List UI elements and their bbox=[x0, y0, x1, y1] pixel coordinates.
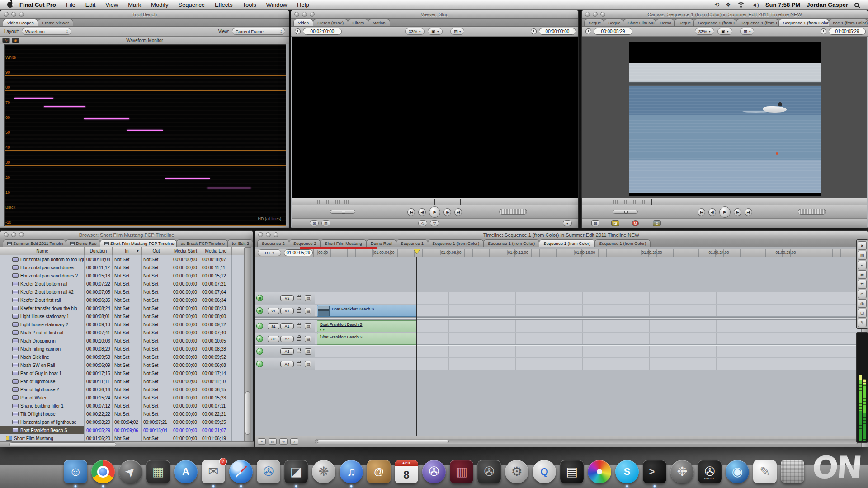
lock-icon[interactable] bbox=[297, 362, 301, 366]
volume-icon[interactable]: ◄) bbox=[751, 1, 759, 8]
tab-ter-edit-2[interactable]: ter Edit 2 bbox=[227, 239, 253, 247]
tab-video[interactable]: Video bbox=[293, 19, 313, 26]
show-overlays-button[interactable]: ⊟ bbox=[591, 220, 599, 226]
lock-icon[interactable] bbox=[297, 337, 301, 341]
canvas-zoom-popup[interactable]: 33%▾ bbox=[695, 28, 714, 35]
browser-row-keefer-transfer-down-the-hip[interactable]: Keefer transfer down the hip00:00:08;24N… bbox=[0, 304, 245, 312]
browser-row-noah-dropping-in[interactable]: Noah Dropping in00:00:10;06Not SetNot Se… bbox=[0, 337, 245, 345]
dock-icon-trash[interactable] bbox=[781, 460, 804, 483]
dock-icon-iphoto[interactable]: ▦ bbox=[146, 460, 170, 483]
audio-controls-button[interactable]: ♪ bbox=[290, 438, 298, 445]
mark-in-out-button[interactable]: ⊙ bbox=[653, 220, 661, 226]
destination-patch-a2[interactable]: A2 bbox=[280, 336, 294, 342]
browser-row-boat-frankfort-beach-s[interactable]: Boat Frankfort Beach S00:00:05;2900:00:0… bbox=[0, 426, 245, 434]
timeline-horizontal-scrollbar[interactable] bbox=[315, 439, 859, 444]
tab-short-film-mu[interactable]: Short Film Mu bbox=[623, 19, 656, 26]
menu-item-view[interactable]: View bbox=[105, 1, 118, 8]
browser-row-noah-sw-on-rail[interactable]: Noah SW on Rail00:00:06;09Not SetNot Set… bbox=[0, 361, 245, 369]
track-lane-a2[interactable]: Boat Frankfort Beach S▲▲ bbox=[315, 333, 861, 345]
scrub-playhead[interactable] bbox=[434, 199, 435, 205]
source-patch-a1[interactable]: a1 bbox=[268, 323, 279, 329]
viewer-zoom-popup[interactable]: 33%▾ bbox=[405, 28, 425, 35]
lock-icon[interactable] bbox=[297, 296, 301, 300]
dock-icon-final-cut-pro[interactable]: ◪ bbox=[284, 460, 308, 483]
column-header-media-end[interactable]: Media End bbox=[200, 247, 232, 255]
dock-icon-textedit[interactable]: ✎ bbox=[753, 460, 777, 483]
jog-control[interactable] bbox=[499, 209, 527, 215]
dock-icon-itunes[interactable]: ♫ bbox=[340, 460, 363, 483]
crop-tool[interactable]: ▢ bbox=[858, 309, 867, 317]
rt-popup[interactable]: RT▾ bbox=[258, 249, 281, 256]
menu-item-mark[interactable]: Mark bbox=[128, 1, 141, 8]
dock-icon-photo-orb[interactable]: ◉ bbox=[726, 460, 749, 483]
destination-patch-a4[interactable]: A4 bbox=[280, 361, 294, 367]
menu-item-help[interactable]: Help bbox=[297, 1, 309, 8]
track-enable-button-a1[interactable]: ♪ bbox=[256, 323, 263, 329]
tab-seque[interactable]: Seque bbox=[674, 19, 694, 26]
track-lane-v1[interactable]: Boat Frankfort Beach S bbox=[315, 305, 861, 317]
dock-icon-skype[interactable]: S bbox=[615, 460, 639, 483]
tab-seque[interactable]: Seque bbox=[604, 19, 623, 26]
window-controls[interactable] bbox=[4, 12, 24, 17]
viewer-titlebar[interactable]: Viewer: Slug bbox=[291, 10, 578, 19]
window-controls[interactable] bbox=[585, 12, 605, 17]
tab-sequence-1-from-color[interactable]: Sequence 1 (from Color) bbox=[594, 239, 651, 247]
next-edit-button[interactable]: ▶▮ bbox=[745, 208, 752, 216]
pen-tool[interactable]: ✎ bbox=[858, 319, 867, 327]
selection-tool[interactable]: ➤ bbox=[858, 241, 867, 250]
previous-edit-button[interactable]: ▮◀ bbox=[698, 208, 705, 216]
auto-select-icon[interactable]: ▤ bbox=[305, 308, 311, 314]
clip-overlays-button[interactable]: ≡ bbox=[258, 438, 266, 445]
menu-item-window[interactable]: Window bbox=[266, 1, 287, 8]
auto-select-icon[interactable]: ▤ bbox=[305, 348, 311, 355]
tab-frame-viewer[interactable]: Frame Viewer bbox=[38, 19, 73, 26]
tab-demo[interactable]: Demo bbox=[656, 19, 675, 26]
play-in-to-out-button[interactable]: ◀▮ bbox=[418, 208, 426, 216]
browser-titlebar[interactable]: Browser: Short Film Mustang FCP Timeline bbox=[0, 231, 253, 239]
timeline-timecode-field[interactable]: 01:00:05;29 bbox=[284, 249, 313, 256]
browser-row-shane-building-filler-1[interactable]: Shane building filler 100:00:07;12Not Se… bbox=[0, 402, 245, 410]
view-popup[interactable]: Current Frame▴▾ bbox=[232, 28, 285, 35]
viewer-view-popup[interactable]: ▣▾ bbox=[428, 28, 443, 35]
tab-as-break-fcp-timeline[interactable]: as Break FCP Timeline bbox=[176, 239, 228, 247]
menu-item-sequence[interactable]: Sequence bbox=[178, 1, 205, 8]
track-lane-a4[interactable] bbox=[315, 358, 861, 370]
add-keyframe-button[interactable]: ◇ bbox=[418, 220, 427, 226]
menu-item-modify[interactable]: Modify bbox=[151, 1, 168, 8]
clip-v1-boat-frankfort-beach-s[interactable]: Boat Frankfort Beach S bbox=[317, 305, 417, 317]
track-lane-v2[interactable] bbox=[315, 292, 861, 304]
destination-patch-a3[interactable]: A3 bbox=[280, 348, 294, 355]
track-enable-button-a2[interactable]: ♪ bbox=[256, 335, 263, 342]
canvas-duration-field[interactable]: 00:00:05:29 bbox=[594, 28, 632, 35]
dock-icon-aperture[interactable]: ❋ bbox=[312, 460, 335, 483]
dock-icon-facetime[interactable]: ✇ bbox=[257, 460, 280, 483]
play-button[interactable]: ▶ bbox=[719, 206, 731, 218]
browser-row-light-house-stationary-2[interactable]: Light house stationary 200:00:09;13Not S… bbox=[0, 320, 245, 328]
tab-sequence-1-from-color[interactable]: Sequence 1 (from Color) bbox=[483, 239, 539, 247]
dock-icon-imovie[interactable]: ✇ bbox=[422, 460, 446, 483]
viewer-current-field[interactable]: 00:00:00:00 bbox=[539, 28, 576, 35]
browser-row-horizontal-pan-bottom-to-top-ligh[interactable]: Horizontal pan bottom to top ligh00:00:1… bbox=[0, 255, 245, 263]
dock-icon-premiere[interactable]: ▥ bbox=[450, 460, 473, 483]
browser-row-horizontal-pan-sand-dunes-2[interactable]: Horizontal pan sand dunes 200:00:15;13No… bbox=[0, 272, 245, 280]
browser-row-keefer-2-out-bottom-rail[interactable]: Keefer 2 out bottom rail00:00:07;22Not S… bbox=[0, 280, 245, 288]
lock-icon[interactable] bbox=[297, 309, 301, 313]
canvas-video-area[interactable] bbox=[582, 37, 867, 198]
dock-icon-safari[interactable] bbox=[229, 460, 253, 483]
track-enable-button-v2[interactable]: ▦ bbox=[256, 295, 263, 301]
dock-icon-movie-camera[interactable]: ✇ bbox=[477, 460, 501, 483]
lock-icon[interactable] bbox=[297, 324, 301, 328]
source-patch-v1[interactable]: v1 bbox=[268, 308, 279, 314]
auto-select-icon[interactable]: ▤ bbox=[305, 361, 311, 367]
viewer-video-area[interactable] bbox=[292, 37, 578, 198]
menu-item-final-cut-pro[interactable]: Final Cut Pro bbox=[19, 1, 56, 8]
play-around-button[interactable]: ▮▶ bbox=[734, 208, 741, 216]
tab-sequence-1-from-color[interactable]: Sequence 1 (from Color) bbox=[428, 239, 484, 247]
tab-demo-reel[interactable]: Demo Reel bbox=[366, 239, 397, 247]
browser-horizontal-scrollbar[interactable] bbox=[0, 441, 254, 447]
tab-sequence-1-from-c[interactable]: Sequence 1 (from C bbox=[693, 19, 736, 26]
scroll-thumb[interactable] bbox=[317, 440, 449, 443]
column-header-name[interactable]: Name bbox=[0, 247, 85, 255]
track-lane-a3[interactable] bbox=[315, 345, 861, 357]
clip-a2-boat-frankfort-beach-s[interactable]: Boat Frankfort Beach S▲▲ bbox=[317, 333, 417, 345]
